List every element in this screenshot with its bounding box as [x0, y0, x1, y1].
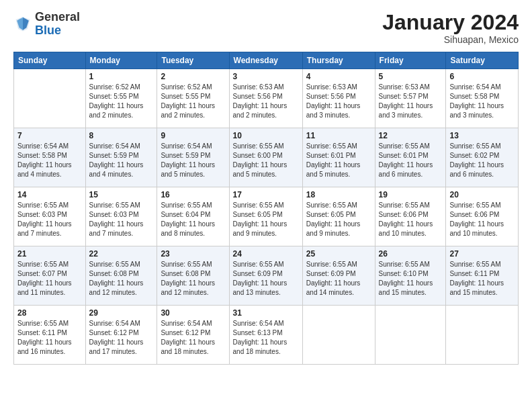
- calendar-cell: 27Sunrise: 6:55 AMSunset: 6:11 PMDayligh…: [446, 246, 519, 306]
- day-info: Sunrise: 6:53 AMSunset: 5:56 PMDaylight:…: [233, 83, 299, 120]
- calendar-cell: 19Sunrise: 6:55 AMSunset: 6:06 PMDayligh…: [375, 187, 446, 246]
- day-info: Sunrise: 6:53 AMSunset: 5:57 PMDaylight:…: [379, 83, 443, 120]
- day-info: Sunrise: 6:55 AMSunset: 6:03 PMDaylight:…: [17, 201, 82, 238]
- calendar-week-5: 28Sunrise: 6:55 AMSunset: 6:11 PMDayligh…: [14, 306, 519, 365]
- day-number: 15: [89, 190, 154, 199]
- logo: General Blue: [13, 11, 80, 38]
- calendar-cell: 20Sunrise: 6:55 AMSunset: 6:06 PMDayligh…: [446, 187, 519, 246]
- day-info: Sunrise: 6:55 AMSunset: 6:03 PMDaylight:…: [89, 201, 154, 238]
- day-info: Sunrise: 6:54 AMSunset: 6:12 PMDaylight:…: [161, 319, 225, 357]
- calendar-cell: 9Sunrise: 6:54 AMSunset: 5:59 PMDaylight…: [157, 128, 229, 187]
- day-number: 31: [233, 308, 299, 318]
- day-info: Sunrise: 6:55 AMSunset: 6:10 PMDaylight:…: [379, 260, 443, 298]
- page: General Blue January 2024 Sihuapan, Mexi…: [0, 0, 532, 411]
- day-info: Sunrise: 6:55 AMSunset: 6:02 PMDaylight:…: [449, 142, 515, 179]
- day-info: Sunrise: 6:54 AMSunset: 5:58 PMDaylight:…: [17, 142, 82, 179]
- calendar-week-1: 1Sunrise: 6:52 AMSunset: 5:55 PMDaylight…: [14, 69, 519, 128]
- calendar-cell: 30Sunrise: 6:54 AMSunset: 6:12 PMDayligh…: [157, 306, 229, 365]
- col-monday: Monday: [85, 52, 157, 69]
- calendar-cell: 25Sunrise: 6:55 AMSunset: 6:09 PMDayligh…: [302, 246, 375, 306]
- day-number: 26: [379, 249, 443, 259]
- title-section: January 2024 Sihuapan, Mexico: [382, 11, 519, 45]
- day-number: 17: [233, 190, 299, 199]
- calendar-cell: 31Sunrise: 6:54 AMSunset: 6:13 PMDayligh…: [229, 306, 302, 365]
- col-saturday: Saturday: [446, 52, 519, 69]
- day-info: Sunrise: 6:54 AMSunset: 6:13 PMDaylight:…: [233, 319, 299, 357]
- col-friday: Friday: [375, 52, 446, 69]
- calendar-cell: 8Sunrise: 6:54 AMSunset: 5:59 PMDaylight…: [85, 128, 157, 187]
- day-info: Sunrise: 6:55 AMSunset: 6:00 PMDaylight:…: [233, 142, 299, 179]
- day-number: 30: [161, 308, 225, 318]
- day-number: 3: [233, 72, 299, 81]
- day-number: 13: [449, 131, 515, 140]
- calendar-cell: 13Sunrise: 6:55 AMSunset: 6:02 PMDayligh…: [446, 128, 519, 187]
- day-info: Sunrise: 6:55 AMSunset: 6:04 PMDaylight:…: [161, 201, 225, 238]
- calendar-cell: 14Sunrise: 6:55 AMSunset: 6:03 PMDayligh…: [14, 187, 86, 246]
- day-info: Sunrise: 6:54 AMSunset: 6:12 PMDaylight:…: [89, 319, 154, 357]
- day-info: Sunrise: 6:55 AMSunset: 6:06 PMDaylight:…: [449, 201, 515, 238]
- calendar-week-3: 14Sunrise: 6:55 AMSunset: 6:03 PMDayligh…: [14, 187, 519, 246]
- logo-icon: [13, 15, 32, 34]
- calendar-cell: 23Sunrise: 6:55 AMSunset: 6:08 PMDayligh…: [157, 246, 229, 306]
- day-number: 18: [306, 190, 371, 199]
- day-number: 23: [161, 249, 225, 259]
- calendar-cell: 3Sunrise: 6:53 AMSunset: 5:56 PMDaylight…: [229, 69, 302, 128]
- day-info: Sunrise: 6:53 AMSunset: 5:56 PMDaylight:…: [306, 83, 371, 120]
- day-number: 8: [89, 131, 154, 140]
- day-info: Sunrise: 6:55 AMSunset: 6:05 PMDaylight:…: [233, 201, 299, 238]
- day-number: 20: [449, 190, 515, 199]
- calendar-cell: 16Sunrise: 6:55 AMSunset: 6:04 PMDayligh…: [157, 187, 229, 246]
- day-number: 29: [89, 308, 154, 318]
- calendar-cell: 2Sunrise: 6:52 AMSunset: 5:55 PMDaylight…: [157, 69, 229, 128]
- calendar-cell: [375, 306, 446, 365]
- logo-general: General: [35, 11, 80, 24]
- day-number: 10: [233, 131, 299, 140]
- calendar-cell: 17Sunrise: 6:55 AMSunset: 6:05 PMDayligh…: [229, 187, 302, 246]
- col-tuesday: Tuesday: [157, 52, 229, 69]
- calendar-header-row: Sunday Monday Tuesday Wednesday Thursday…: [14, 52, 519, 69]
- day-info: Sunrise: 6:55 AMSunset: 6:01 PMDaylight:…: [306, 142, 371, 179]
- calendar-cell: 12Sunrise: 6:55 AMSunset: 6:01 PMDayligh…: [375, 128, 446, 187]
- day-info: Sunrise: 6:52 AMSunset: 5:55 PMDaylight:…: [161, 83, 225, 120]
- calendar-week-2: 7Sunrise: 6:54 AMSunset: 5:58 PMDaylight…: [14, 128, 519, 187]
- day-number: 6: [449, 72, 515, 81]
- day-info: Sunrise: 6:55 AMSunset: 6:08 PMDaylight:…: [89, 260, 154, 298]
- day-info: Sunrise: 6:54 AMSunset: 5:58 PMDaylight:…: [449, 83, 515, 120]
- calendar-cell: 28Sunrise: 6:55 AMSunset: 6:11 PMDayligh…: [14, 306, 86, 365]
- calendar-cell: 5Sunrise: 6:53 AMSunset: 5:57 PMDaylight…: [375, 69, 446, 128]
- day-number: 1: [89, 72, 154, 81]
- day-info: Sunrise: 6:55 AMSunset: 6:09 PMDaylight:…: [233, 260, 299, 298]
- day-number: 19: [379, 190, 443, 199]
- day-info: Sunrise: 6:55 AMSunset: 6:08 PMDaylight:…: [161, 260, 225, 298]
- day-number: 21: [17, 249, 82, 259]
- day-number: 14: [17, 190, 82, 199]
- calendar-cell: 4Sunrise: 6:53 AMSunset: 5:56 PMDaylight…: [302, 69, 375, 128]
- calendar-cell: [302, 306, 375, 365]
- day-number: 28: [17, 308, 82, 318]
- location: Sihuapan, Mexico: [382, 34, 519, 45]
- day-info: Sunrise: 6:55 AMSunset: 6:09 PMDaylight:…: [306, 260, 371, 298]
- day-number: 12: [379, 131, 443, 140]
- day-number: 2: [161, 72, 225, 81]
- calendar-cell: 7Sunrise: 6:54 AMSunset: 5:58 PMDaylight…: [14, 128, 86, 187]
- calendar-cell: [446, 306, 519, 365]
- col-thursday: Thursday: [302, 52, 375, 69]
- day-info: Sunrise: 6:55 AMSunset: 6:05 PMDaylight:…: [306, 201, 371, 238]
- day-info: Sunrise: 6:55 AMSunset: 6:06 PMDaylight:…: [379, 201, 443, 238]
- col-wednesday: Wednesday: [229, 52, 302, 69]
- calendar-cell: 24Sunrise: 6:55 AMSunset: 6:09 PMDayligh…: [229, 246, 302, 306]
- logo-text: General Blue: [35, 11, 80, 38]
- day-number: 25: [306, 249, 371, 259]
- logo-blue: Blue: [35, 24, 80, 38]
- day-number: 5: [379, 72, 443, 81]
- calendar-table: Sunday Monday Tuesday Wednesday Thursday…: [13, 52, 519, 365]
- calendar-cell: 26Sunrise: 6:55 AMSunset: 6:10 PMDayligh…: [375, 246, 446, 306]
- day-number: 16: [161, 190, 225, 199]
- day-number: 9: [161, 131, 225, 140]
- day-info: Sunrise: 6:54 AMSunset: 5:59 PMDaylight:…: [89, 142, 154, 179]
- day-info: Sunrise: 6:52 AMSunset: 5:55 PMDaylight:…: [89, 83, 154, 120]
- day-number: 27: [449, 249, 515, 259]
- day-number: 7: [17, 131, 82, 140]
- calendar-cell: 1Sunrise: 6:52 AMSunset: 5:55 PMDaylight…: [85, 69, 157, 128]
- day-info: Sunrise: 6:55 AMSunset: 6:11 PMDaylight:…: [17, 319, 82, 357]
